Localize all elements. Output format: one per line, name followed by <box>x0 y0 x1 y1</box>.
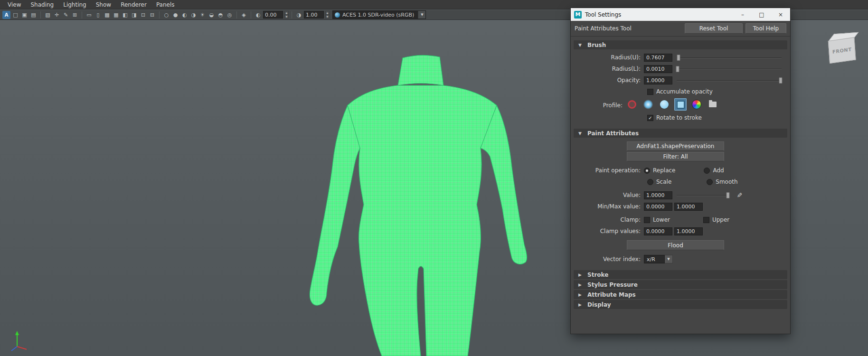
gamma-icon[interactable]: ◑ <box>295 11 303 19</box>
section-header-stylus-pressure[interactable]: ▶ Stylus Pressure <box>574 280 787 289</box>
gamma-field[interactable] <box>304 11 324 19</box>
view-cube-front-face[interactable]: FRONT <box>828 37 856 64</box>
expand-arrow-icon[interactable]: ▶ <box>578 272 583 277</box>
exposure-field[interactable] <box>263 11 283 19</box>
filter-button[interactable]: Filter: All <box>627 152 724 161</box>
tool-help-button[interactable]: Tool Help <box>745 23 786 34</box>
shadows-icon[interactable]: ◒ <box>208 11 216 19</box>
maximize-button[interactable]: □ <box>752 8 771 21</box>
value-field[interactable] <box>644 191 672 199</box>
select-camera-icon[interactable]: A <box>2 11 10 19</box>
section-label: Brush <box>587 42 606 48</box>
view-transform-value: ACES 1.0 SDR-video (sRGB) <box>342 12 418 18</box>
section-header-stroke[interactable]: ▶ Stroke <box>574 270 787 279</box>
exposure-icon[interactable]: ◐ <box>254 11 262 19</box>
tool-settings-titlebar[interactable]: M Tool Settings – □ × <box>571 8 790 21</box>
collapse-arrow-icon[interactable]: ▼ <box>578 131 583 136</box>
opacity-slider[interactable] <box>677 76 782 84</box>
close-button[interactable]: × <box>771 8 790 21</box>
grease-pencil-icon[interactable]: ✎ <box>62 11 70 19</box>
expand-arrow-icon[interactable]: ▶ <box>578 282 583 287</box>
brush-square-icon[interactable] <box>674 98 687 111</box>
occlusion-icon[interactable]: ◓ <box>217 11 225 19</box>
expand-arrow-icon[interactable]: ▶ <box>578 292 583 297</box>
paint-attribute-button[interactable]: AdnFat1.shapePreservation <box>627 141 724 151</box>
textured-icon[interactable]: ◐ <box>180 11 189 19</box>
smooth-radio[interactable] <box>707 179 713 185</box>
gate-mask-icon[interactable]: ▩ <box>103 11 111 19</box>
default-material-icon[interactable]: ◑ <box>189 11 198 19</box>
gamma-stepper[interactable]: ▲▼ <box>325 11 330 19</box>
pan-zoom-icon[interactable]: ✛ <box>53 11 61 19</box>
safe-title-icon[interactable]: ◨ <box>130 11 138 19</box>
rotate-to-stroke-checkbox[interactable]: ✓ <box>647 115 653 121</box>
section-label: Stylus Pressure <box>587 281 638 288</box>
add-radio[interactable] <box>704 168 710 174</box>
menu-lighting[interactable]: Lighting <box>58 0 91 9</box>
clamp-upper-checkbox[interactable] <box>703 217 709 223</box>
section-header-paint-attributes[interactable]: ▼ Paint Attributes <box>574 129 787 138</box>
eyedropper-icon[interactable]: ✎ <box>736 192 743 198</box>
radius-u-slider[interactable] <box>677 54 782 62</box>
brush-browse-icon[interactable] <box>707 98 719 111</box>
wireframe-icon[interactable]: ○ <box>162 11 170 19</box>
bookmarks-icon[interactable]: ▤ <box>29 11 38 19</box>
expand-arrow-icon[interactable]: ▶ <box>578 302 583 307</box>
max-value-field[interactable] <box>674 203 703 211</box>
brush-gaussian-icon[interactable] <box>626 98 638 111</box>
minmax-label: Min/Max value: <box>574 203 644 210</box>
brush-solid-icon[interactable] <box>658 98 670 111</box>
xray-icon[interactable]: ◎ <box>226 11 234 19</box>
exposure-stepper[interactable]: ▲▼ <box>284 11 289 19</box>
clamp-min-field[interactable] <box>644 227 672 235</box>
minimize-button[interactable]: – <box>733 8 752 21</box>
field-chart-icon[interactable]: ▦ <box>112 11 120 19</box>
chevron-down-icon[interactable]: ▼ <box>665 255 673 263</box>
isolate-select-icon[interactable]: ◈ <box>240 11 248 19</box>
scale-radio[interactable] <box>647 179 653 185</box>
section-header-display[interactable]: ▶ Display <box>574 300 787 309</box>
chevron-down-icon[interactable]: ▼ <box>418 11 425 19</box>
section-header-attribute-maps[interactable]: ▶ Attribute Maps <box>574 290 787 299</box>
radius-l-field[interactable] <box>644 65 672 73</box>
brush-soft-icon[interactable] <box>642 98 654 111</box>
frame-selected-icon[interactable]: ⊟ <box>148 11 156 19</box>
menu-shading[interactable]: Shading <box>26 0 58 9</box>
accumulate-opacity-checkbox[interactable] <box>647 89 653 95</box>
collapse-arrow-icon[interactable]: ▼ <box>578 43 583 47</box>
min-value-field[interactable] <box>644 203 672 211</box>
view-transform-select[interactable]: ACES 1.0 SDR-video (sRGB) ▼ <box>332 10 426 19</box>
clamp-max-field[interactable] <box>674 227 703 235</box>
accumulate-opacity-label: Accumulate opacity <box>656 88 713 95</box>
lighting-icon[interactable]: ☀ <box>198 11 207 19</box>
clamp-lower-checkbox[interactable] <box>644 217 650 223</box>
smooth-shade-icon[interactable]: ● <box>171 11 179 19</box>
flood-button[interactable]: Flood <box>627 240 724 250</box>
resolution-gate-icon[interactable]: ▯ <box>94 11 102 19</box>
opacity-field[interactable] <box>644 76 672 84</box>
menu-panels[interactable]: Panels <box>151 0 179 9</box>
section-header-brush[interactable]: ▼ Brush <box>574 40 787 49</box>
radius-l-slider[interactable] <box>677 65 782 73</box>
opacity-label: Opacity: <box>574 77 644 84</box>
paint-attributes-section: AdnFat1.shapePreservation Filter: All Pa… <box>574 138 787 269</box>
menu-renderer[interactable]: Renderer <box>116 0 151 9</box>
lock-camera-icon[interactable]: □ <box>11 11 19 19</box>
value-slider[interactable] <box>677 191 730 199</box>
brush-colorwheel-icon[interactable] <box>690 98 703 111</box>
camera-attributes-icon[interactable]: ▣ <box>20 11 28 19</box>
view-cube[interactable]: FRONT <box>826 31 861 67</box>
radius-u-field[interactable] <box>644 54 672 62</box>
reset-tool-button[interactable]: Reset Tool <box>685 23 743 34</box>
frame-all-icon[interactable]: ⊡ <box>139 11 147 19</box>
safe-action-icon[interactable]: ◧ <box>121 11 129 19</box>
image-plane-icon[interactable]: ▧ <box>44 11 52 19</box>
replace-radio[interactable] <box>644 168 650 174</box>
film-gate-icon[interactable]: ▭ <box>85 11 93 19</box>
toolbar-separator <box>236 11 237 19</box>
vector-index-select[interactable]: x/R ▼ <box>644 255 673 263</box>
vector-index-value: x/R <box>644 255 665 263</box>
menu-view[interactable]: View <box>3 0 26 9</box>
menu-show[interactable]: Show <box>91 0 116 9</box>
grid-icon[interactable]: ⊞ <box>71 11 79 19</box>
